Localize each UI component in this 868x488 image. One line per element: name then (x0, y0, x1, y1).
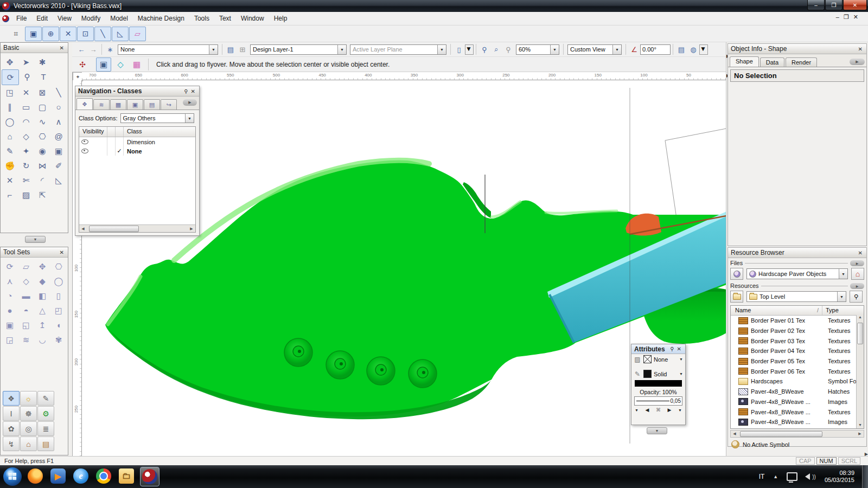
object-info-overflow-button[interactable]: ▶ (850, 59, 865, 65)
menu-item[interactable]: Help (269, 12, 292, 24)
polygon-tool[interactable]: ⌂ (2, 129, 18, 144)
category-wood[interactable]: ▤ (37, 436, 54, 451)
fill-none-swatch[interactable] (643, 355, 652, 363)
pen-style-value[interactable]: Solid (654, 371, 667, 377)
language-indicator[interactable]: IT (759, 473, 765, 480)
chevron-down-icon[interactable]: ▼ (437, 45, 446, 54)
files-dropdown[interactable]: Hardscape Paver Objects ▼ (746, 268, 848, 279)
scroll-right-arrow[interactable]: ▶ (188, 227, 195, 231)
close-icon[interactable]: ✕ (857, 250, 864, 256)
polyline-tool[interactable]: ∧ (50, 114, 67, 129)
chevron-down-icon[interactable]: ▼ (837, 292, 846, 301)
scroll-right-arrow[interactable]: ▶ (856, 432, 864, 436)
chevron-down-icon[interactable]: ▼ (550, 45, 559, 54)
resource-name[interactable]: Paver-4x8_BWeave ... (751, 399, 828, 405)
category-bearing[interactable]: ◎ (20, 421, 37, 436)
resource-row[interactable]: Paver-4x8_BWeave ... Images (731, 397, 864, 407)
regular-polygon-tool[interactable]: ⎔ (34, 129, 50, 144)
mdi-window-controls[interactable]: –❐✕ (836, 14, 863, 21)
chevron-down-icon[interactable]: ▼ (839, 269, 847, 279)
tab-shape[interactable]: Shape (730, 56, 759, 67)
visibility-column-header[interactable]: Visibility (79, 127, 107, 137)
resource-row[interactable]: Border Paver 06 Tex Textures (731, 366, 864, 376)
home-icon[interactable]: ⌂ (851, 268, 864, 280)
attr-prev-arrow[interactable]: ◀ (646, 407, 649, 413)
move-by-points-tool[interactable]: ✥ (2, 55, 18, 69)
3d-polygon-cut-tool[interactable]: ◆ (34, 274, 50, 288)
attr-link-icon[interactable]: ⌘ (656, 407, 661, 413)
layer-plane-dropdown[interactable]: Active Layer Plane ▼ (350, 44, 446, 55)
name-column-header[interactable]: Name / (731, 306, 822, 315)
taskbar-firefox[interactable] (26, 467, 44, 485)
snap-to-angle[interactable]: ⊕ (42, 27, 59, 41)
nav-tab-classes[interactable]: ❖ (76, 98, 93, 110)
snap-to-distance[interactable]: ⊡ (77, 27, 94, 41)
attr-next-arrow[interactable]: ▶ (668, 407, 672, 413)
flyover-working-plane-mode[interactable]: ◇ (113, 58, 127, 71)
saddle-tool[interactable]: ◡ (34, 332, 50, 347)
arc-tool[interactable]: ◠ (18, 114, 34, 129)
taskbar-chrome[interactable] (94, 467, 113, 485)
speaker-icon[interactable] (805, 473, 810, 480)
category-visualization[interactable]: ☼ (20, 391, 37, 406)
mdi-close-button[interactable]: ✕ (853, 14, 863, 20)
pan-tool[interactable]: ✱ (34, 55, 50, 69)
nav-tab-saved-views[interactable]: ▤ (144, 99, 160, 110)
resize-tool[interactable]: ⇱ (34, 188, 50, 202)
set-working-plane-tool[interactable]: ▱ (18, 259, 34, 274)
dome-tool[interactable]: ◓ (18, 303, 34, 318)
active-layer-dropdown[interactable]: Design Layer-1 ▼ (250, 44, 347, 55)
rounded-rectangle-tool[interactable]: ▢ (34, 100, 50, 114)
resource-row[interactable]: Border Paver 02 Tex Textures (731, 326, 864, 336)
notch-block-tool[interactable]: ◲ (2, 332, 18, 347)
stake-tool[interactable]: ✕ (18, 85, 34, 100)
chevron-down-icon[interactable]: ▼ (612, 45, 621, 54)
resource-row[interactable]: Border Paver 05 Tex Textures (731, 356, 864, 367)
mdi-minimize-button[interactable]: – (836, 14, 844, 20)
resource-h-scrollbar[interactable]: ◀ ▶ (730, 430, 864, 438)
resource-row[interactable]: Paver-4x8_BWeave ... Textures (731, 407, 864, 417)
basic-palette-collapse-button[interactable]: ▼ (25, 236, 46, 243)
resources-dropdown[interactable]: Top Level ▼ (746, 291, 846, 302)
resource-row[interactable]: Paver-4x8_BWeave ... Images (731, 417, 864, 427)
taskbar-media-player[interactable]: ▶ (49, 467, 67, 485)
scroll-thumb[interactable] (857, 323, 863, 344)
zoom-tool[interactable]: ⚲ (19, 69, 35, 84)
resources-section-button[interactable]: ▶ (850, 283, 864, 289)
zoom-small-icon[interactable]: ⚲ (502, 44, 514, 55)
close-icon[interactable]: ✕ (190, 88, 196, 94)
close-icon[interactable]: ✕ (676, 346, 682, 352)
fill-style-value[interactable]: None (654, 356, 668, 363)
3d-locus-tool[interactable]: ⋏ (2, 274, 18, 288)
eraser-tool[interactable]: ▨ (18, 188, 34, 202)
menu-item[interactable]: Modify (76, 12, 105, 24)
category-crankshaft[interactable]: ☸ (20, 406, 37, 421)
line-tool[interactable]: ╲ (50, 85, 67, 100)
rotate-tool[interactable]: ↻ (18, 158, 34, 173)
classes-h-scrollbar[interactable]: ◀ ▶ (79, 224, 195, 232)
taskbar-clock[interactable]: 08:39 05/03/2015 (825, 470, 854, 484)
back-button[interactable]: ← (75, 44, 87, 55)
view-dropdown[interactable]: Custom View ▼ (567, 44, 622, 55)
curved-panel-tool[interactable]: ◖ (50, 318, 67, 332)
menu-item[interactable]: Machine Design (133, 12, 189, 24)
oval-3d-tool[interactable]: ◯ (50, 274, 67, 288)
visibility-tool[interactable]: ◉ (34, 144, 50, 158)
circle-tool[interactable]: ○ (50, 100, 67, 114)
tray-expand-arrow[interactable]: ▲ (773, 474, 778, 479)
slab-tool[interactable]: ▬ (18, 288, 34, 303)
working-plane-axes-icon[interactable]: ∠ (628, 44, 640, 55)
nav-tab-references[interactable]: ↪ (161, 99, 177, 110)
spiral-tool[interactable]: @ (50, 129, 67, 144)
unified-view-caret[interactable]: ▼ (699, 44, 708, 55)
interactive-origin-icon[interactable]: ✣ (76, 59, 88, 70)
snap-to-working-plane[interactable]: ◺ (112, 27, 129, 41)
resource-row[interactable]: Border Paver 04 Tex Textures (731, 346, 864, 356)
tab-render[interactable]: Render (786, 57, 817, 67)
category-steel[interactable]: Ⅰ (3, 406, 20, 421)
snap-to-object[interactable]: ▣ (25, 27, 42, 41)
split-tool[interactable]: ✄ (18, 173, 34, 188)
pen-color-swatch[interactable] (643, 370, 652, 378)
nav-tab-design-layers[interactable]: ≋ (93, 99, 110, 110)
chevron-down-icon[interactable]: ▼ (337, 45, 346, 54)
